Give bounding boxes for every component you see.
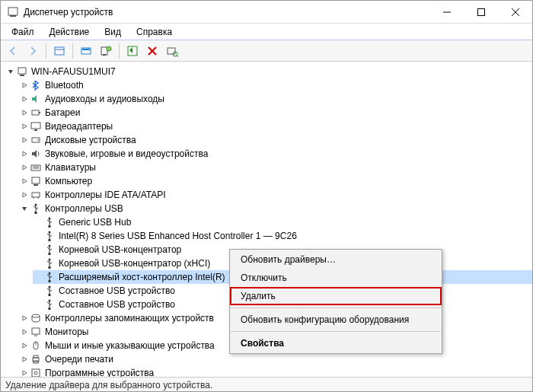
chevron-right-icon[interactable]	[19, 135, 30, 145]
chevron-right-icon[interactable]	[19, 368, 30, 377]
toolbar-properties-button[interactable]	[77, 42, 95, 60]
tree-category-label: Аудиовходы и аудиовыходы	[45, 94, 164, 104]
tree-category-label: Контроллеры запоминающих устройств	[45, 313, 214, 323]
usb-icon	[43, 216, 56, 228]
svg-point-59	[32, 314, 40, 317]
maximize-button[interactable]	[464, 1, 498, 24]
titlebar: Диспетчер устройств	[1, 1, 532, 24]
menubar: Файл Действие Вид Справка	[1, 24, 532, 40]
context-separator	[231, 308, 441, 308]
svg-rect-40	[49, 225, 51, 228]
tree-category-label: Батареи	[45, 107, 80, 118]
tree-device[interactable]: Generic USB Hub	[33, 215, 532, 229]
context-properties[interactable]: Свойства	[230, 334, 442, 352]
app-icon	[7, 6, 19, 18]
usb-icon	[43, 230, 56, 242]
svg-rect-6	[55, 47, 64, 55]
toolbar-uninstall-button[interactable]	[143, 42, 161, 60]
tree-category[interactable]: Контроллеры IDE ATA/ATAPI	[19, 188, 532, 202]
svg-point-36	[35, 204, 37, 206]
close-button[interactable]	[498, 1, 532, 24]
toolbar-scan-button[interactable]	[97, 42, 115, 60]
chevron-down-icon[interactable]	[19, 203, 30, 214]
statusbar: Удаление драйвера для выбранного устройс…	[1, 377, 532, 392]
tree-category[interactable]: Контроллеры USB	[19, 202, 532, 215]
toolbar-enable-button[interactable]	[123, 42, 142, 60]
svg-rect-37	[35, 212, 37, 214]
menu-file[interactable]: Файл	[5, 25, 40, 39]
toolbar-back-button[interactable]	[4, 42, 22, 60]
storage-icon	[30, 312, 42, 324]
svg-point-12	[107, 46, 111, 51]
chevron-right-icon[interactable]	[19, 80, 30, 91]
statusbar-text: Удаление драйвера для выбранного устройс…	[5, 380, 212, 390]
toolbar-separator	[119, 43, 120, 59]
mouse-icon	[30, 339, 42, 352]
svg-rect-24	[34, 129, 37, 131]
svg-rect-60	[32, 328, 40, 334]
svg-rect-20	[20, 75, 24, 76]
toolbar-scan-hardware-button[interactable]	[163, 42, 181, 60]
chevron-right-icon[interactable]	[19, 176, 30, 186]
context-disable[interactable]: Отключить	[230, 269, 442, 287]
toolbar-show-hidden-button[interactable]	[50, 42, 69, 60]
chevron-right-icon[interactable]	[19, 94, 30, 104]
tree-root-node[interactable]: WIN-AFAUSU1MUI7	[5, 65, 532, 78]
tree-category-label: Мыши и иные указывающие устройства	[45, 340, 215, 351]
menu-help[interactable]: Справка	[130, 25, 178, 39]
chevron-right-icon[interactable]	[19, 190, 30, 200]
tree-category[interactable]: Аудиовходы и аудиовыходы	[19, 92, 532, 106]
context-uninstall[interactable]: Удалить	[230, 287, 442, 305]
chevron-right-icon[interactable]	[19, 354, 30, 365]
chevron-right-icon[interactable]	[19, 340, 30, 351]
menu-view[interactable]: Вид	[98, 25, 127, 39]
computer-icon	[30, 175, 42, 187]
tree-category-label: Мониторы	[45, 327, 88, 337]
chevron-right-icon[interactable]	[19, 107, 30, 118]
tree-device-label: Generic USB Hub	[59, 217, 131, 228]
monitor-icon	[30, 326, 42, 338]
tree-category-label: Компьютер	[45, 176, 92, 186]
chevron-right-icon[interactable]	[19, 327, 30, 337]
context-separator	[231, 331, 441, 332]
tree-category-label: Контроллеры IDE ATA/ATAPI	[45, 190, 166, 200]
tree-category-label: Программные устройства	[45, 368, 154, 377]
tree-root-label: WIN-AFAUSU1MUI7	[31, 66, 116, 77]
tree-category[interactable]: Программные устройства	[19, 366, 532, 377]
tree-category[interactable]: Батареи	[19, 106, 532, 120]
tree-device-label: Расширяемый хост-контроллер Intel(R)	[59, 272, 225, 282]
tree-category[interactable]: Звуковые, игровые и видеоустройства	[19, 147, 532, 161]
toolbar-forward-button[interactable]	[24, 42, 42, 60]
software-icon	[30, 367, 42, 377]
svg-point-39	[49, 218, 51, 220]
tree-category[interactable]: Bluetooth	[19, 78, 532, 92]
menu-action[interactable]: Действие	[43, 25, 96, 39]
chevron-right-icon[interactable]	[19, 148, 30, 159]
context-update-drivers[interactable]: Обновить драйверы…	[230, 250, 442, 269]
tree-category[interactable]: Очереди печати	[19, 352, 532, 366]
toolbar-separator	[72, 43, 73, 59]
chevron-right-icon[interactable]	[19, 313, 30, 323]
svg-rect-21	[32, 110, 39, 115]
tree-device-label: Составное USB устройство	[59, 299, 175, 310]
svg-point-51	[49, 272, 51, 275]
tree-category[interactable]: Дисковые устройства	[19, 133, 532, 147]
tree-category[interactable]: Видеоадаптеры	[19, 120, 532, 133]
chevron-right-icon[interactable]	[19, 162, 30, 173]
chevron-right-icon[interactable]	[19, 121, 30, 132]
tree-device-label: Составное USB устройство	[59, 285, 175, 296]
minimize-button[interactable]	[429, 1, 464, 24]
device-tree[interactable]: WIN-AFAUSU1MUI7BluetoothАудиовходы и ауд…	[1, 62, 532, 377]
tree-category-label: Очереди печати	[45, 354, 113, 365]
context-scan-hardware[interactable]: Обновить конфигурацию оборудования	[230, 311, 442, 329]
svg-point-68	[34, 371, 37, 374]
display-icon	[30, 120, 42, 132]
tree-category[interactable]: Клавиатуры	[19, 161, 532, 174]
tree-device[interactable]: Intel(R) 8 Series USB Enhanced Host Cont…	[33, 229, 532, 243]
tree-category-label: Дисковые устройства	[45, 135, 136, 145]
toolbar	[1, 40, 532, 62]
tree-category[interactable]: Компьютер	[19, 174, 532, 188]
tree-device-label: Корневой USB-концентратор (xHCI)	[59, 258, 210, 269]
usb-icon	[43, 271, 56, 283]
chevron-down-icon[interactable]	[5, 66, 16, 77]
